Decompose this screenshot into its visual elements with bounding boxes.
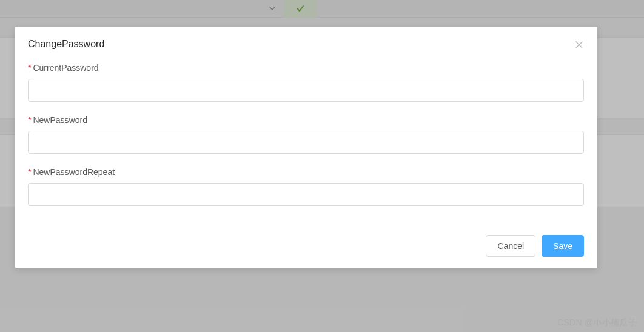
new-password-input[interactable]	[28, 131, 584, 154]
current-password-label: *CurrentPassword	[28, 63, 584, 73]
save-button[interactable]: Save	[542, 235, 584, 257]
cancel-button[interactable]: Cancel	[486, 235, 535, 257]
repeat-password-group: *NewPasswordRepeat	[28, 167, 584, 206]
repeat-password-input[interactable]	[28, 183, 584, 206]
new-password-label: *NewPassword	[28, 115, 584, 125]
modal-title: ChangePassword	[28, 39, 104, 50]
repeat-password-label: *NewPasswordRepeat	[28, 167, 584, 177]
close-icon	[575, 41, 583, 48]
required-mark: *	[28, 115, 31, 125]
modal-footer: Cancel Save	[28, 235, 584, 257]
required-mark: *	[28, 63, 31, 73]
current-password-group: *CurrentPassword	[28, 63, 584, 102]
required-mark: *	[28, 167, 31, 177]
current-password-input[interactable]	[28, 79, 584, 102]
change-password-modal: ChangePassword *CurrentPassword *NewPass…	[15, 27, 597, 268]
watermark: CSDN @小小楠瓜子	[557, 317, 637, 328]
modal-header: ChangePassword	[28, 39, 584, 50]
close-button[interactable]	[574, 40, 584, 50]
new-password-group: *NewPassword	[28, 115, 584, 154]
